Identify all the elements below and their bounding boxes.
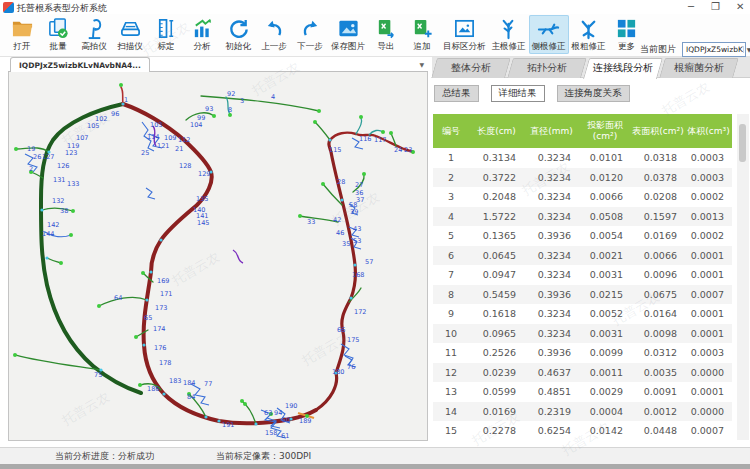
segment-number-label: 116 [359,135,371,143]
lateral-root-icon [537,17,560,40]
toolbar-item-export[interactable]: 导出 [368,15,404,54]
tab-overall-analysis[interactable]: 整体分析 [434,57,508,78]
segment-number-label: 63 [264,409,272,417]
table-row[interactable]: 150.22780.62540.01420.04480.0007 [433,421,732,441]
tab-rhizobium-analysis[interactable]: 根瘤菌分析 [662,57,736,78]
table-row[interactable]: 41.57220.32340.05080.15970.0013 [433,207,732,227]
button-total-results[interactable]: 总结果 [434,85,479,102]
table-row[interactable]: 20.37220.32340.01200.03780.0003 [433,168,732,188]
tab-segment-analysis[interactable]: 连接线段分析 [586,57,660,78]
cell-value: 0.3936 [524,230,579,241]
document-tab[interactable]: IQDPJxZ5wizbKLvNAvbNA4... [10,57,150,72]
toolbar-item-analyze[interactable]: 分析 [184,15,220,54]
cell-id: 15 [433,425,469,436]
button-detailed-results[interactable]: 详细结果 [491,85,545,102]
redo-icon [299,17,322,40]
segment-number-label: 189 [299,417,311,425]
toolbar-item-undo[interactable]: 上一步 [256,15,292,54]
toolbar-item-initialize[interactable]: 初始化 [220,15,256,54]
toolbar-item-redo[interactable]: 下一步 [292,15,328,54]
tab-list-chevron-icon[interactable]: ▼ [419,61,424,68]
button-connection-angle[interactable]: 连接角度关系 [557,85,630,102]
toolbar-item-root-width[interactable]: 根粗修正 [569,15,609,54]
table-row[interactable]: 120.02390.46370.00110.00350.0000 [433,363,732,383]
cell-value: 0.0448 [631,425,685,436]
initialize-icon [227,17,250,40]
table-row[interactable]: 110.25260.39360.00990.03120.0003 [433,343,732,363]
segment-number-label: 114 [147,133,159,141]
toolbar-item-lateral-root[interactable]: 侧根修正 [529,15,569,54]
scrollbar-thumb[interactable] [739,124,746,162]
segment-number-label: 1 [124,96,128,104]
column-header: 表面积(cm²) [631,126,685,137]
table-header: 编号长度(cm)直径(mm)投影面积 (cm²)表面积(cm²)体积(cm³) [433,114,732,148]
toolbar-item-append[interactable]: 追加 [404,15,440,54]
cell-id: 3 [433,191,469,202]
table-row[interactable]: 10.31340.32340.01010.03180.0003 [433,148,732,168]
current-image-value: IQDPJxZ5wizbK [686,45,743,54]
toolbar-item-scanner[interactable]: 扫描仪 [112,15,148,54]
main-root-red-inner [123,104,316,423]
tab-topology-analysis[interactable]: 拓扑分析 [510,57,584,78]
toolbar-item-main-root[interactable]: 主根修正 [489,15,529,54]
table-row[interactable]: 70.09470.32340.00310.00960.0001 [433,265,732,285]
cell-value: 0.0002 [685,191,732,202]
annotation-scribbles [25,122,363,438]
table-row[interactable]: 90.16180.32340.00520.01640.0001 [433,304,732,324]
close-button[interactable]: ✕ [736,1,744,13]
toolbar-item-label: 分析 [194,41,211,53]
table-row[interactable]: 130.05990.48510.00290.00910.0001 [433,382,732,402]
table-row[interactable]: 50.13650.39360.00540.01690.0002 [433,226,732,246]
cell-value: 0.0096 [631,269,685,280]
cell-value: 0.0066 [579,191,631,202]
table-row[interactable]: 60.06450.32340.00210.00660.0001 [433,246,732,266]
column-header: 编号 [433,126,469,137]
current-image-dropdown[interactable]: IQDPJxZ5wizbK ▼ [682,42,746,57]
table-row[interactable]: 30.20480.32340.00660.02080.0002 [433,187,732,207]
table-scrollbar[interactable] [737,114,749,440]
toolbar: 打开批量高拍仪扫描仪标定分析初始化上一步下一步保存图片导出追加目标区分析主根修正… [0,14,750,57]
cell-value: 0.2319 [524,406,579,417]
status-bar: 当前分析进度：分析成功 当前标定像素：300DPI [0,447,750,464]
segment-number-label: 127 [42,153,54,161]
toolbar-item-open-folder[interactable]: 打开 [4,15,40,54]
minimize-button[interactable]: ─ [688,1,694,13]
cell-value: 0.4851 [524,386,579,397]
toolbar-item-label: 标定 [158,41,175,53]
cell-value: 0.0007 [685,425,732,436]
segment-number-label: 84 [187,393,195,401]
cell-value: 0.0052 [579,308,631,319]
toolbar-item-save-image[interactable]: 保存图片 [328,15,368,54]
segment-number-label: 105 [87,122,99,130]
segment-number-label: 186 [147,385,159,393]
cell-value: 0.3722 [469,172,524,183]
toolbar-item-batch[interactable]: 批量 [40,15,76,54]
segment-number-label: 57 [365,258,373,266]
toolbar-item-label: 追加 [414,41,431,53]
root-image-area[interactable]: 1923849399104961021051071191231261271926… [8,72,428,441]
toolbar-item-target-area[interactable]: 目标区分析 [440,15,489,54]
table-row[interactable]: 80.54590.39360.02150.06750.0007 [433,285,732,305]
cell-id: 6 [433,250,469,261]
toolbar-item-calibration[interactable]: 标定 [148,15,184,54]
cell-value: 0.3234 [524,152,579,163]
table-row[interactable]: 140.01690.23190.00040.00120.0000 [433,402,732,422]
chevron-down-icon[interactable]: ▼ [743,46,750,53]
maximize-button[interactable]: ❐ [711,1,720,13]
root-map[interactable]: 1923849399104961021051071191231261271926… [9,72,427,440]
cell-value: 0.3234 [524,211,579,222]
toolbar-item-label: 根粗修正 [572,41,606,53]
segment-number-label: 133 [67,180,79,188]
cell-value: 0.0003 [685,347,732,358]
segment-number-label: 4 [271,93,275,101]
segment-number-label: 168 [352,271,364,279]
current-image-label: 当前图片 [640,43,676,56]
column-header: 长度(cm) [469,126,524,137]
toolbar-item-doc-camera[interactable]: 高拍仪 [76,15,112,54]
cell-value: 0.0011 [579,367,631,378]
cell-value: 0.3234 [524,328,579,339]
segment-number-label: 3 [240,97,244,105]
segment-number-label: 169 [157,277,169,285]
table-row[interactable]: 100.09650.32340.00310.00980.0001 [433,324,732,344]
segment-number-label: 178 [159,359,171,367]
